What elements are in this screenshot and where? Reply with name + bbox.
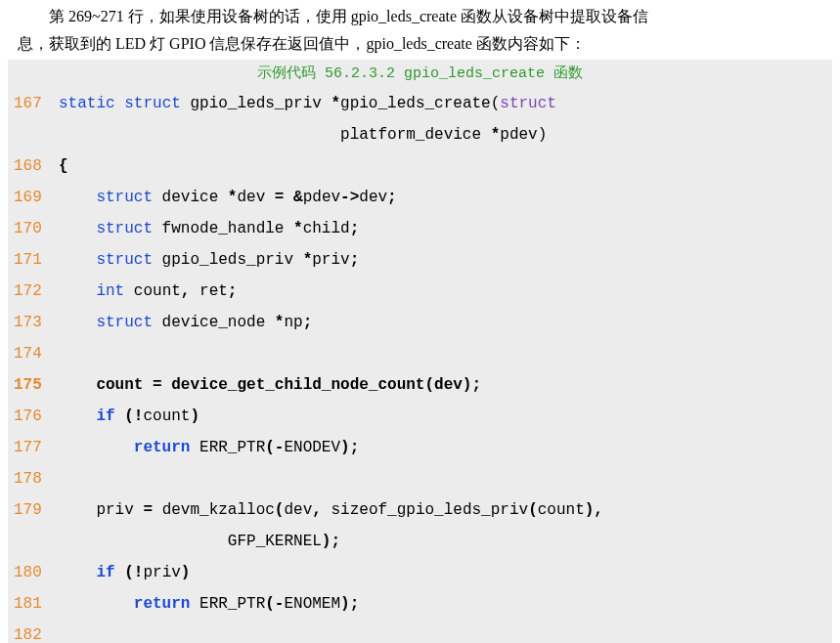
token-paren: );	[340, 439, 359, 456]
code-text: struct gpio_leds_priv *priv;	[59, 244, 832, 276]
code-line-172: 172 int count, ret;	[8, 276, 832, 307]
code-line-177: 177 return ERR_PTR(-ENODEV);	[8, 432, 832, 463]
token-identifier: gpio_leds_priv	[181, 95, 332, 112]
line-number: 180	[8, 557, 59, 588]
token-semicolon: ;	[228, 282, 238, 300]
token-identifier: priv	[96, 501, 143, 519]
code-text: platform_device *pdev)	[59, 119, 832, 150]
line-number: 170	[8, 213, 59, 244]
token-constant: GFP_KERNEL	[96, 533, 321, 550]
code-text	[59, 463, 832, 494]
token-paren: ),	[585, 501, 603, 519]
token-operator: =	[143, 501, 153, 519]
code-text	[59, 338, 832, 369]
token-identifier: count	[538, 501, 585, 519]
line-number: 173	[8, 307, 59, 338]
line-number: 176	[8, 401, 59, 432]
code-text: count = device_get_child_node_count(dev)…	[59, 369, 832, 401]
code-line-178: 178	[8, 463, 832, 494]
code-text: static struct gpio_leds_priv *gpio_leds_…	[59, 88, 832, 119]
code-caption: 示例代码 56.2.3.2 gpio_leds_create 函数	[8, 60, 832, 88]
line-number: 181	[8, 588, 59, 620]
token-operator: *	[275, 314, 285, 331]
token-statement: count = device_get_child_node_count(dev)…	[96, 376, 481, 394]
token-constant: ENOMEM	[284, 595, 340, 613]
code-text	[59, 620, 832, 643]
token-identifier: dev	[284, 501, 312, 519]
explanatory-paragraph: 第 269~271 行，如果使用设备树的话，使用 gpio_leds_creat…	[0, 0, 840, 60]
token-operator: *	[303, 251, 313, 269]
code-line-167b: platform_device *pdev)	[8, 119, 832, 150]
token-function: devm_kzalloc	[153, 501, 275, 519]
token-keyword: struct	[96, 251, 153, 269]
code-text: {	[59, 150, 832, 182]
line-number: 167	[8, 88, 59, 119]
token-identifier: np	[284, 314, 302, 331]
code-line-169: 169 struct device *dev = &pdev->dev;	[8, 182, 832, 213]
code-line-167: 167 static struct gpio_leds_priv *gpio_l…	[8, 88, 832, 119]
code-text: return ERR_PTR(-ENOMEM);	[59, 588, 832, 620]
code-text: int count, ret;	[59, 276, 832, 307]
token-paren: );	[340, 595, 359, 613]
code-line-179b: GFP_KERNEL);	[8, 526, 832, 557]
token-keyword: struct	[124, 95, 181, 112]
token-keyword: struct	[96, 220, 153, 237]
line-number: 174	[8, 338, 59, 369]
line-number: 178	[8, 463, 59, 494]
code-example-block: 示例代码 56.2.3.2 gpio_leds_create 函数 167 st…	[8, 60, 832, 643]
token-operator: &	[293, 189, 303, 206]
token-operator: *	[491, 126, 501, 144]
token-param-keyword: struct	[500, 95, 556, 112]
code-line-182: 182	[8, 620, 832, 643]
code-line-180: 180 if (!priv)	[8, 557, 832, 588]
token-identifier: pdev)	[500, 126, 547, 144]
token-keyword: return	[134, 439, 191, 456]
token-comma: ,	[312, 501, 322, 519]
code-text: if (!priv)	[59, 557, 832, 588]
line-number: 172	[8, 276, 59, 307]
token-operator: =	[275, 189, 285, 206]
token-keyword: struct	[96, 314, 153, 331]
code-line-176: 176 if (!count)	[8, 401, 832, 432]
token-identifier: priv	[312, 251, 349, 269]
token-operator: (!	[115, 564, 144, 581]
token-comma: ,	[181, 282, 191, 300]
code-text: return ERR_PTR(-ENODEV);	[59, 432, 832, 463]
token-keyword: struct	[96, 189, 153, 206]
code-text: GFP_KERNEL);	[59, 526, 832, 557]
line-number: 179	[8, 494, 59, 526]
token-identifier: fwnode_handle	[153, 220, 293, 237]
code-line-181: 181 return ERR_PTR(-ENOMEM);	[8, 588, 832, 620]
token-paren: (	[528, 501, 538, 519]
code-text: struct device *dev = &pdev->dev;	[59, 182, 832, 213]
token-identifier: pdev	[303, 189, 340, 206]
token-identifier: ret	[190, 282, 227, 300]
token-semicolon: ;	[387, 189, 397, 206]
code-line-175: 175 count = device_get_child_node_count(…	[8, 369, 832, 401]
token-operator: (-	[265, 439, 284, 456]
token-identifier: dev	[237, 189, 274, 206]
token-identifier: dev	[359, 189, 387, 206]
token-operator: (!	[115, 407, 144, 425]
line-number: 177	[8, 432, 59, 463]
token-identifier: priv	[143, 564, 180, 581]
token-identifier: child	[303, 220, 350, 237]
token-operator: ->	[340, 189, 359, 206]
code-text: struct fwnode_handle *child;	[59, 213, 832, 244]
code-line-174: 174	[8, 338, 832, 369]
token-keyword: if	[96, 564, 114, 581]
token-function: sizeof_gpio_leds_priv	[322, 501, 528, 519]
code-text: priv = devm_kzalloc(dev, sizeof_gpio_led…	[59, 494, 832, 526]
token-identifier: device_node	[153, 314, 275, 331]
token-semicolon: ;	[350, 251, 360, 269]
code-line-179: 179 priv = devm_kzalloc(dev, sizeof_gpio…	[8, 494, 832, 526]
token-paren: );	[322, 533, 340, 550]
token-identifier: count	[124, 282, 181, 300]
code-text: struct device_node *np;	[59, 307, 832, 338]
token-function: gpio_leds_create	[340, 95, 491, 112]
code-line-170: 170 struct fwnode_handle *child;	[8, 213, 832, 244]
token-identifier: device	[153, 189, 228, 206]
line-number: 171	[8, 244, 59, 276]
token-operator: *	[331, 95, 340, 112]
token-keyword: static	[59, 95, 115, 112]
